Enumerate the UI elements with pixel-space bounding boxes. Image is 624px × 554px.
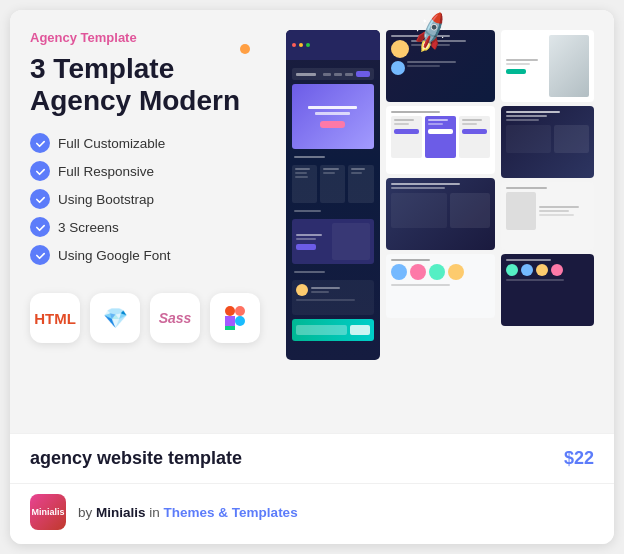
agency-label: Agency Template [30,30,270,45]
feature-item: 3 Screens [30,217,270,237]
screenshot-col-3 [501,30,595,326]
screenshot-col3-3 [501,182,595,250]
screenshot-always-there [386,178,495,250]
sass-icon: Sass [150,293,200,343]
main-template-screenshot [286,30,380,360]
feature-item: Using Bootstrap [30,189,270,209]
feature-item: Full Customizable [30,133,270,153]
check-icon [30,217,50,237]
author-info: by Minialis in Themes & Templates [78,505,298,520]
svg-rect-1 [235,306,245,316]
dot-green [306,43,310,47]
mock-hero-section [292,84,374,149]
author-row: Minialis by Minialis in Themes & Templat… [10,483,614,544]
mock-nav [292,68,374,80]
feature-list: Full Customizable Full Responsive Using … [30,133,270,273]
tech-icons-row: HTML 💎 Sass [30,293,270,343]
screenshot-col3-4 [501,254,595,326]
product-card: Agency Template 3 Template Agency Modern… [10,10,614,544]
price-tag: $22 [564,448,594,469]
card-title-row: agency website template $22 [10,433,614,483]
dot-red [292,43,296,47]
screenshot-col3-1 [501,30,595,102]
screenshot-team [386,254,495,318]
check-icon [30,161,50,181]
svg-rect-0 [225,306,235,316]
preview-left-panel: Agency Template 3 Template Agency Modern… [30,30,270,417]
svg-rect-2 [225,316,235,326]
orange-dot-decoration [240,44,250,54]
author-avatar: Minialis [30,494,66,530]
feature-item: Using Google Font [30,245,270,265]
gem-icon: 💎 [90,293,140,343]
screenshot-col-2: 🚀 [386,30,495,318]
html5-icon: HTML [30,293,80,343]
figma-icon [210,293,260,343]
author-name: Minialis [96,505,146,520]
screenshot-pricing [386,106,495,174]
check-icon [30,133,50,153]
check-icon [30,189,50,209]
dot-yellow [299,43,303,47]
feature-item: Full Responsive [30,161,270,181]
product-title: agency website template [30,448,242,469]
screenshot-col-1 [286,30,380,360]
svg-point-3 [235,316,245,326]
preview-area: Agency Template 3 Template Agency Modern… [10,10,614,433]
preview-screenshots: 🚀 [286,30,594,417]
screenshot-always-dark [501,106,595,178]
main-title: 3 Template Agency Modern [30,53,270,117]
svg-rect-4 [225,326,235,330]
author-category: Themes & Templates [164,505,298,520]
check-icon [30,245,50,265]
